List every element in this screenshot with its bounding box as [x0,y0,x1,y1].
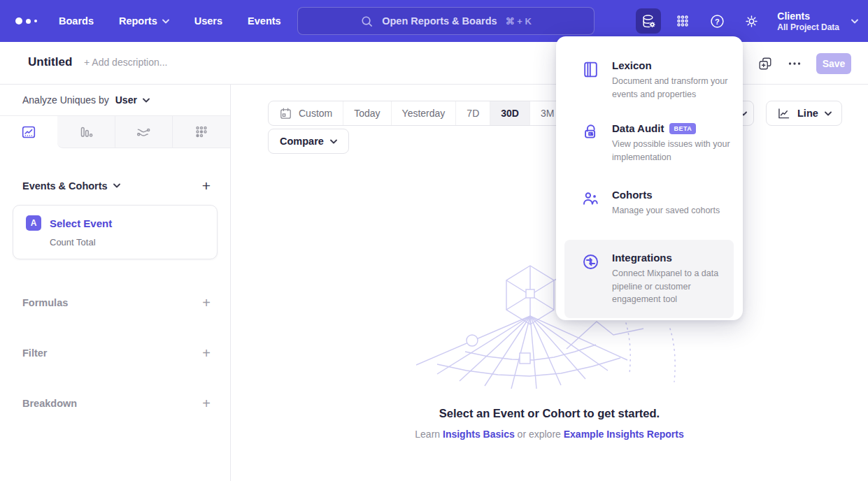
nav-item-label: Boards [59,15,94,27]
nav-item-users[interactable]: Users [194,15,222,27]
date-range-label: 3M [541,108,554,119]
audit-icon [581,122,600,145]
date-range-yesterday[interactable]: Yesterday [391,101,456,125]
mixpanel-logo-icon[interactable] [15,17,43,24]
insights-report-page: Boards Reports Users Events Open Reports… [0,0,868,481]
description-field[interactable]: + Add description... [84,57,167,68]
bar-chart-icon [78,124,94,141]
date-range-label: Custom [299,108,332,119]
chart-type-label: Line [797,108,818,119]
nav-item-boards[interactable]: Boards [59,15,94,27]
calendar-icon [279,107,292,120]
insights-basics-link[interactable]: Insights Basics [443,429,515,440]
date-range-30d[interactable]: 30D [490,101,529,125]
breakdown-section: Breakdown + [22,396,211,410]
chevron-down-icon [825,111,832,116]
query-sidebar: Analyze Uniques by User [0,85,231,481]
search-icon [360,15,373,28]
menu-item-description: View possible issues with your implement… [612,138,737,164]
nav-item-label: Reports [119,15,157,27]
add-filter-button[interactable]: + [202,346,211,360]
top-nav: Boards Reports Users Events Open Reports… [0,0,868,42]
project-selector[interactable]: Clients All Project Data [777,10,839,33]
date-range-label: Yesterday [402,108,446,119]
settings-button[interactable] [739,8,764,34]
line-chart-icon [776,106,791,121]
duplicate-button[interactable] [757,56,773,71]
book-icon [581,59,600,82]
chevron-down-icon[interactable] [143,98,150,103]
filter-section: Filter + [22,346,211,360]
data-management-button[interactable] [636,8,661,34]
add-event-button[interactable]: + [202,178,211,193]
date-range-label: 7D [467,108,479,119]
nav-item-events[interactable]: Events [248,15,281,27]
tab-bar-chart[interactable] [57,116,115,148]
date-range-control: Custom Today Yesterday 7D 30D 3M 6M [268,101,601,126]
empty-state-subtitle: Learn Insights Basics or explore Example… [231,429,868,440]
report-title[interactable]: Untitled [28,55,72,69]
chevron-down-icon [330,139,337,144]
help-icon: ? [709,13,725,29]
subtitle-text: Learn [415,429,443,440]
example-reports-link[interactable]: Example Insights Reports [564,429,684,440]
menu-item-integrations[interactable]: Integrations Connect Mixpanel to a data … [564,240,734,318]
flows-icon [135,124,152,141]
more-options-button[interactable] [788,62,801,66]
date-range-label: 30D [501,108,519,119]
analyze-label: Analyze Uniques by [22,94,109,106]
analyze-row: Analyze Uniques by User [0,85,230,116]
empty-state-title: Select an Event or Cohort to get started… [231,407,868,420]
event-card[interactable]: A Select Event Count Total [13,205,218,259]
formulas-section: Formulas + [22,296,211,310]
nav-item-reports[interactable]: Reports [119,15,169,27]
search-placeholder: Open Reports & Boards [382,15,497,27]
events-cohorts-label: Events & Cohorts [22,180,108,192]
event-aggregation-selector[interactable]: Count Total [50,237,206,247]
svg-text:?: ? [715,17,720,25]
tab-flow-chart[interactable] [115,116,173,148]
events-cohorts-toggle[interactable]: Events & Cohorts [22,180,120,192]
date-range-today[interactable]: Today [343,101,390,125]
events-cohorts-header: Events & Cohorts + [22,178,211,193]
menu-item-cohorts[interactable]: Cohorts Manage your saved cohorts [581,189,733,217]
apps-grid-button[interactable] [670,8,695,34]
tab-metrics-grid[interactable] [172,116,230,148]
chevron-down-icon[interactable] [851,19,858,24]
ellipsis-icon [788,62,801,66]
save-button[interactable]: Save [816,53,851,74]
date-range-label: Today [354,108,380,119]
date-range-custom[interactable]: Custom [269,101,343,125]
grid-icon [675,13,690,29]
org-name: Clients [777,10,839,22]
compare-button[interactable]: Compare [268,129,349,154]
nav-item-label: Users [194,15,222,27]
menu-item-title: Lexicon [612,59,652,71]
filter-label: Filter [22,347,47,359]
cohorts-icon [581,189,600,211]
menu-item-title: Cohorts [612,189,653,201]
tab-insights-chart[interactable] [0,116,57,148]
chart-type-button[interactable]: Line [766,101,842,126]
menu-item-description: Manage your saved cohorts [612,204,737,217]
subtitle-text: or explore [515,429,564,440]
help-button[interactable]: ? [704,8,730,34]
global-search-input[interactable]: Open Reports & Boards ⌘ + K [297,7,595,35]
nav-item-label: Events [248,15,281,27]
visualization-tabs [0,116,230,148]
nav-right-actions: ? Clients All Project Data [636,0,858,42]
breakdown-label: Breakdown [22,398,77,409]
analyze-value-dropdown[interactable]: User [115,94,137,106]
compare-label: Compare [280,136,324,147]
add-breakdown-button[interactable]: + [202,396,211,410]
add-formula-button[interactable]: + [202,296,211,310]
duplicate-icon [757,56,773,71]
chevron-down-icon [162,19,169,24]
beta-badge: BETA [669,123,696,134]
menu-item-lexicon[interactable]: Lexicon Document and transform your even… [581,59,733,101]
menu-item-data-audit[interactable]: Data Audit BETA View possible issues wit… [581,122,733,164]
gear-icon [744,13,760,29]
date-range-7d[interactable]: 7D [455,101,490,125]
select-event-button[interactable]: Select Event [50,217,112,229]
line-chart-icon [20,124,37,141]
